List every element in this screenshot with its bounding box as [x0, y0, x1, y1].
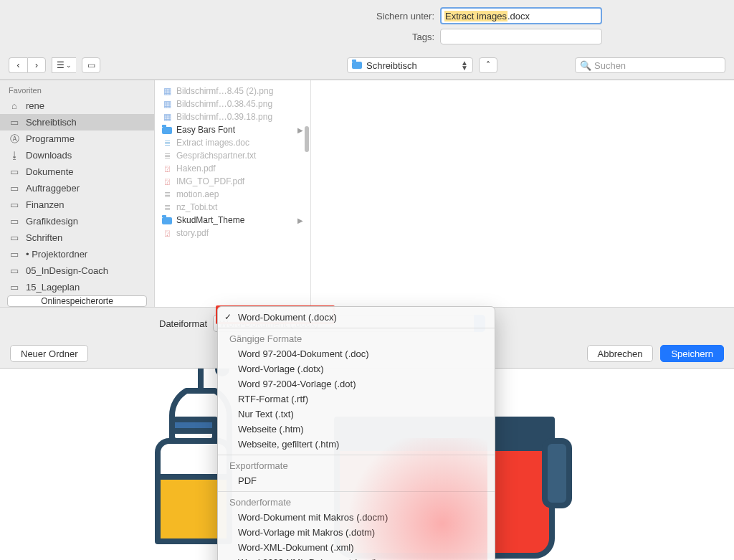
- menu-item[interactable]: Word 2003-XML-Dokument (.xml): [218, 555, 495, 560]
- save-button[interactable]: Speichern: [660, 345, 724, 362]
- sidebar-header-favorites: Favoriten: [0, 85, 154, 98]
- apps-icon: Ⓐ: [9, 134, 20, 144]
- collapse-button[interactable]: ˄: [479, 57, 497, 73]
- file-icon: ≣: [162, 202, 172, 212]
- sidebar-item-label: Auftraggeber: [26, 183, 80, 194]
- menu-section-header: Exportformate: [218, 458, 495, 473]
- cancel-button[interactable]: Abbrechen: [587, 345, 654, 362]
- new-folder-button[interactable]: Neuer Ordner: [10, 345, 88, 362]
- file-label: Haken.pdf: [176, 163, 216, 174]
- file-row: ▦Bildschirmf…8.45 (2).png: [155, 85, 310, 98]
- sidebar-item-label: 05_InDesign-Coach: [26, 265, 108, 276]
- location-popup[interactable]: Schreibtisch ▲▼: [347, 57, 473, 73]
- sidebar-item-label: Programme: [26, 133, 75, 144]
- file-row[interactable]: Easy Bars Font▶: [155, 123, 310, 136]
- sidebar-item-label: Downloads: [26, 150, 72, 161]
- folder-icon: [162, 127, 172, 134]
- menu-item[interactable]: PDF: [218, 473, 495, 488]
- file-row: ▦Bildschirmf…0.38.45.png: [155, 98, 310, 110]
- search-field[interactable]: 🔍 Suchen: [575, 57, 725, 73]
- file-label: motion.aep: [176, 189, 219, 199]
- menu-item[interactable]: Word-Dokument mit Makros (.docm): [218, 510, 495, 525]
- svg-rect-2: [545, 441, 569, 506]
- menu-item[interactable]: Word 97-2004-Dokument (.doc): [218, 346, 495, 361]
- file-label: Bildschirmf…0.38.45.png: [176, 99, 272, 109]
- menu-item[interactable]: Webseite, gefiltert (.htm): [218, 437, 495, 452]
- sidebar-item[interactable]: ▭Grafikdesign: [0, 213, 154, 229]
- image-icon: ▦: [162, 99, 172, 109]
- folder-icon: ▭: [9, 217, 20, 227]
- folder-icon: ▭: [9, 167, 20, 177]
- tags-input[interactable]: [440, 29, 602, 44]
- sidebar-item[interactable]: ⭳Downloads: [0, 147, 154, 163]
- folder-icon: ▭: [9, 233, 20, 243]
- back-button[interactable]: ‹: [9, 57, 27, 73]
- file-format-label: Dateiformat: [159, 318, 207, 329]
- menu-section-header: Sonderformate: [218, 495, 495, 510]
- group-button[interactable]: ▭: [82, 57, 100, 73]
- menu-item[interactable]: Webseite (.htm): [218, 422, 495, 437]
- sidebar-item[interactable]: ▭Schriften: [0, 229, 154, 246]
- file-icon: ≣: [162, 189, 172, 199]
- menu-item[interactable]: Word 97-2004-Vorlage (.dot): [218, 376, 495, 391]
- menu-item[interactable]: RTF-Format (.rtf): [218, 391, 495, 407]
- menu-item[interactable]: Word-Vorlage mit Makros (.dotm): [218, 525, 495, 540]
- search-placeholder: Suchen: [594, 60, 626, 71]
- chevron-updown-icon: ▲▼: [461, 60, 468, 70]
- location-label: Schreibtisch: [366, 60, 417, 71]
- menu-item-selected[interactable]: Word-Dokument (.docx): [218, 310, 495, 325]
- folder-icon: ▭: [9, 184, 20, 194]
- file-row: ≣nz_Tobi.txt: [155, 201, 310, 214]
- file-row: ≣Extract images.doc: [155, 136, 310, 149]
- sidebar-item[interactable]: ▭Dokumente: [0, 163, 154, 180]
- sidebar-item-label: • Projektordner: [26, 249, 87, 260]
- folder-icon: ▭: [9, 283, 20, 293]
- sidebar-item[interactable]: ▭Schreibtisch: [0, 114, 154, 130]
- folder-icon: ▭: [9, 200, 20, 210]
- sidebar-item-label: Schreibtisch: [26, 117, 77, 128]
- sidebar-item-label: Grafikdesign: [26, 216, 78, 227]
- file-row: ⍰story.pdf: [155, 227, 310, 239]
- file-label: SkudMart_Theme: [176, 215, 244, 225]
- sidebar-item[interactable]: ▭• Projektordner: [0, 246, 154, 262]
- menu-section-header: Gängige Formate: [218, 331, 495, 346]
- folder-icon: [352, 62, 362, 69]
- file-column: ▦Bildschirmf…8.45 (2).png▦Bildschirmf…0.…: [155, 80, 311, 307]
- file-row: ≣motion.aep: [155, 188, 310, 201]
- top-form: Sichern unter: Extract images.docx Tags:: [0, 0, 734, 53]
- menu-item[interactable]: Word-Vorlage (.dotx): [218, 361, 495, 376]
- sidebar-item[interactable]: ▭15_Lageplan: [0, 279, 154, 295]
- sidebar-item-label: rene: [26, 100, 44, 111]
- image-icon: ▦: [162, 112, 172, 122]
- sidebar-item[interactable]: ▭Auftraggeber: [0, 180, 154, 196]
- file-format-menu: Word-Dokument (.docx) Gängige FormateWor…: [217, 306, 495, 560]
- view-mode-button[interactable]: ☰ ⌄: [52, 57, 76, 73]
- chevron-right-icon: ▶: [297, 217, 303, 224]
- file-label: IMG_TO_PDF.pdf: [176, 176, 244, 186]
- menu-item[interactable]: Word-XML-Dokument (.xml): [218, 540, 495, 555]
- filename-extension: .docx: [507, 11, 530, 22]
- toolbar: ‹ › ☰ ⌄ ▭ Schreibtisch ▲▼ ˄ 🔍 Suchen: [0, 53, 734, 80]
- tags-label: Tags:: [132, 32, 440, 42]
- filename-input[interactable]: Extract images.docx: [440, 7, 602, 24]
- home-icon: ⌂: [9, 101, 20, 111]
- sidebar-item[interactable]: ▭05_InDesign-Coach: [0, 262, 154, 279]
- file-row: ⍰IMG_TO_PDF.pdf: [155, 175, 310, 188]
- folder-icon: ▭: [9, 266, 20, 276]
- file-label: nz_Tobi.txt: [176, 202, 217, 212]
- online-locations-button[interactable]: Onlinespeicherorte: [7, 295, 147, 307]
- sidebar-item-label: 15_Lageplan: [26, 282, 80, 293]
- doc-icon: ≣: [162, 138, 172, 148]
- filename-selected-text: Extract images: [444, 11, 507, 22]
- sidebar-item[interactable]: ⒶProgramme: [0, 130, 154, 147]
- file-row[interactable]: SkudMart_Theme▶: [155, 214, 310, 227]
- file-label: Extract images.doc: [176, 138, 249, 148]
- menu-item[interactable]: Nur Text (.txt): [218, 407, 495, 422]
- sidebar-item[interactable]: ▭Finanzen: [0, 196, 154, 213]
- sidebar-item[interactable]: ⌂rene: [0, 98, 154, 114]
- downloads-icon: ⭳: [9, 151, 20, 161]
- desktop-icon: ▭: [9, 118, 20, 128]
- file-browser: Favoriten ⌂rene▭SchreibtischⒶProgramme⭳D…: [0, 80, 734, 307]
- forward-button[interactable]: ›: [27, 57, 46, 73]
- scrollbar-thumb[interactable]: [305, 126, 309, 152]
